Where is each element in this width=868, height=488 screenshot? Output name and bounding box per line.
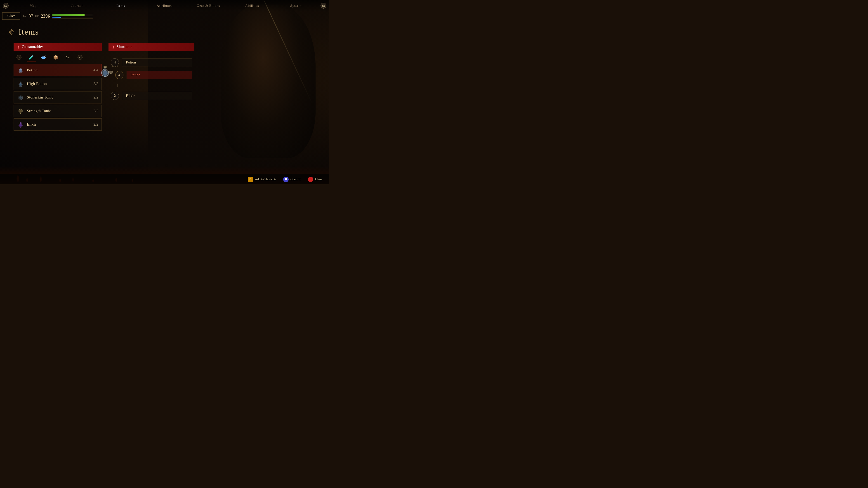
filter-potion[interactable]: 🧪 bbox=[27, 54, 36, 61]
l2-button[interactable]: L2 bbox=[0, 0, 11, 11]
filter-food[interactable]: 🥣 bbox=[39, 54, 48, 61]
items-icon bbox=[7, 27, 16, 36]
stoneskin-name: Stoneskin Tonic bbox=[27, 95, 91, 100]
item-list: Potion 4/4 High Potion 3/3 bbox=[13, 64, 102, 131]
potion-icon bbox=[17, 67, 24, 74]
l2-button-circle: L2 bbox=[3, 3, 8, 8]
vertical-connector bbox=[117, 84, 192, 87]
confirm-action[interactable]: ✕ Confirm bbox=[283, 177, 301, 182]
hp-bar-fill bbox=[53, 14, 85, 16]
add-shortcuts-action[interactable]: □ Add to Shortcuts bbox=[248, 177, 276, 182]
r2-button[interactable]: R2 bbox=[318, 0, 329, 11]
page-title: Items bbox=[7, 27, 39, 37]
left-panel: ❯ Consumables L1 🧪 🥣 📦 🗝 bbox=[13, 43, 102, 131]
item-row-strength[interactable]: Strength Tonic 2/2 bbox=[13, 105, 102, 117]
shortcuts-list: 4 Potion bbox=[108, 54, 194, 104]
nav-items[interactable]: Items bbox=[99, 1, 143, 11]
r1-button: R1 bbox=[78, 55, 83, 60]
character-hp: 2396 bbox=[41, 13, 50, 19]
item-row-high-potion[interactable]: High Potion 3/3 bbox=[13, 78, 102, 90]
shortcut-label-1: Potion bbox=[122, 58, 192, 66]
shortcut-num-3: 2 bbox=[111, 92, 119, 100]
level-label: Lv. bbox=[23, 14, 27, 18]
high-potion-icon bbox=[17, 80, 24, 88]
stoneskin-count: 2/2 bbox=[93, 95, 98, 100]
svg-rect-16 bbox=[104, 66, 106, 68]
nav-attributes[interactable]: Attributes bbox=[143, 1, 186, 11]
svg-rect-5 bbox=[20, 82, 21, 84]
character-bar: Clive Lv. 37 HP 2396 bbox=[2, 12, 93, 20]
strength-icon bbox=[17, 107, 24, 115]
shortcut-item-3[interactable]: 2 Elixir bbox=[111, 92, 192, 100]
shortcut-label-2-active: Potion bbox=[127, 71, 192, 79]
consumables-arrow: ❯ bbox=[17, 45, 20, 49]
chest-filter-icon: 📦 bbox=[53, 55, 58, 60]
consumables-title: Consumables bbox=[22, 45, 43, 49]
svg-rect-15 bbox=[104, 67, 106, 70]
elixir-count: 2/2 bbox=[93, 122, 98, 127]
l2-label: L2 bbox=[4, 4, 7, 7]
svg-point-17 bbox=[103, 70, 107, 76]
character-stats: Lv. 37 HP 2396 bbox=[23, 13, 93, 19]
potion-name: Potion bbox=[27, 68, 91, 72]
character-name: Clive bbox=[2, 12, 20, 20]
shortcuts-header: ❯ Shortcuts bbox=[108, 43, 194, 51]
close-action[interactable]: ○ Close bbox=[308, 177, 322, 182]
strength-name: Strength Tonic bbox=[27, 109, 91, 113]
nav-gear-eikons[interactable]: Gear & Eikons bbox=[186, 1, 230, 11]
add-shortcuts-label: Add to Shortcuts bbox=[255, 177, 276, 181]
filter-r1[interactable]: R1 bbox=[75, 54, 85, 61]
l1-button: L1 bbox=[17, 55, 22, 60]
filter-chest[interactable]: 📦 bbox=[51, 54, 60, 61]
shortcuts-title: Shortcuts bbox=[117, 45, 132, 49]
filter-key[interactable]: 🗝 bbox=[63, 54, 72, 61]
potion-filter-icon: 🧪 bbox=[29, 55, 34, 60]
right-panel: ❯ Shortcuts 4 Potion bbox=[108, 43, 194, 104]
hp-bars bbox=[52, 14, 93, 19]
top-navigation: L2 Map Journal Items Attributes Gear & E… bbox=[0, 0, 329, 11]
shortcut-label-3: Elixir bbox=[122, 92, 192, 100]
ui-layer: L2 Map Journal Items Attributes Gear & E… bbox=[0, 0, 329, 184]
stoneskin-icon bbox=[17, 94, 24, 101]
elixir-name: Elixir bbox=[27, 122, 91, 127]
shortcuts-arrow: ❯ bbox=[112, 45, 115, 49]
item-row-elixir[interactable]: Elixir 2/2 bbox=[13, 119, 102, 131]
high-potion-name: High Potion bbox=[27, 82, 91, 86]
mp-bar bbox=[52, 17, 93, 19]
nav-journal[interactable]: Journal bbox=[55, 1, 99, 11]
shortcut-item-1[interactable]: 4 Potion bbox=[111, 58, 192, 66]
r2-label: R2 bbox=[322, 4, 325, 7]
potion-bottle-svg bbox=[99, 62, 118, 78]
item-row-stoneskin[interactable]: Stoneskin Tonic 2/2 bbox=[13, 91, 102, 103]
svg-point-13 bbox=[20, 124, 22, 127]
circle-button: ○ bbox=[308, 177, 313, 182]
shortcut-item-2[interactable]: 4 Potion bbox=[115, 71, 192, 79]
potion-count: 4/4 bbox=[93, 68, 98, 72]
strength-count: 2/2 bbox=[93, 109, 98, 113]
close-label: Close bbox=[315, 177, 322, 181]
key-filter-icon: 🗝 bbox=[66, 55, 70, 60]
svg-point-3 bbox=[20, 70, 22, 72]
hp-label: HP bbox=[35, 14, 39, 18]
filter-tabs: L1 🧪 🥣 📦 🗝 R1 bbox=[13, 54, 102, 61]
nav-system[interactable]: System bbox=[274, 1, 318, 11]
food-filter-icon: 🥣 bbox=[41, 55, 46, 60]
filter-l1[interactable]: L1 bbox=[14, 54, 24, 61]
square-button: □ bbox=[248, 177, 253, 182]
svg-point-6 bbox=[20, 83, 22, 86]
nav-abilities[interactable]: Abilities bbox=[230, 1, 274, 11]
high-potion-count: 3/3 bbox=[93, 82, 98, 86]
cross-button: ✕ bbox=[283, 177, 289, 182]
elixir-icon bbox=[17, 121, 24, 128]
mp-bar-fill bbox=[53, 17, 61, 18]
confirm-label: Confirm bbox=[290, 177, 301, 181]
item-row-potion[interactable]: Potion 4/4 bbox=[13, 64, 102, 76]
bottom-action-bar: □ Add to Shortcuts ✕ Confirm ○ Close bbox=[0, 174, 329, 184]
consumables-header: ❯ Consumables bbox=[13, 43, 102, 51]
svg-rect-12 bbox=[20, 123, 21, 124]
r2-button-circle: R2 bbox=[320, 3, 327, 8]
nav-map[interactable]: Map bbox=[11, 1, 55, 11]
character-level: 37 bbox=[29, 14, 33, 19]
hp-bar bbox=[52, 14, 93, 16]
